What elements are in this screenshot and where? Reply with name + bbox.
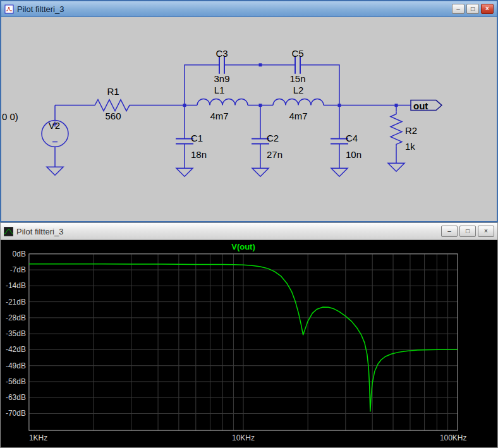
component-name[interactable]: C5 <box>291 48 303 59</box>
inductor-l2[interactable]: L2 4m7 <box>273 85 324 122</box>
net-label-out[interactable]: out <box>411 100 442 111</box>
y-tick-label: -63dB <box>6 393 26 402</box>
minimize-button[interactable]: – <box>452 4 465 14</box>
component-name[interactable]: R1 <box>107 86 119 97</box>
resistor-r2[interactable]: R2 1k <box>391 112 417 152</box>
component-value[interactable]: 1k <box>405 141 415 152</box>
ground-icon <box>47 167 63 175</box>
waveform-plot[interactable]: 0dB-7dB-14dB-21dB-28dB-35dB-42dB-49dB-56… <box>1 240 497 447</box>
schematic-drawing: V2 R1 560 L1 4m7 L2 4m7 <box>1 17 497 221</box>
maximize-button[interactable]: □ <box>459 226 476 237</box>
waveform-plot-icon[interactable] <box>4 227 13 236</box>
ground-icon <box>176 168 193 176</box>
schematic-window-title: Pilot filtteri_3 <box>17 4 449 14</box>
waveform-window-title: Pilot filtteri_3 <box>16 227 438 236</box>
component-name[interactable]: C4 <box>346 133 358 143</box>
component-name[interactable]: C1 <box>191 133 203 143</box>
capacitor-c5[interactable]: C5 15n <box>289 48 305 84</box>
y-tick-label: -7dB <box>10 265 26 274</box>
component-name[interactable]: R2 <box>405 125 417 136</box>
schematic-canvas[interactable]: V2 R1 560 L1 4m7 L2 4m7 <box>1 17 497 221</box>
waveform-plot-area[interactable]: 0dB-7dB-14dB-21dB-28dB-35dB-42dB-49dB-56… <box>1 240 497 447</box>
waveform-window-controls: – □ × <box>441 226 494 237</box>
x-tick-label: 100KHz <box>440 433 467 442</box>
component-value[interactable]: 18n <box>191 149 207 160</box>
y-tick-label: -42dB <box>6 345 26 354</box>
ground-symbols[interactable] <box>47 163 404 176</box>
capacitor-c4[interactable]: C4 10n <box>331 133 361 160</box>
x-tick-label: 1KHz <box>29 433 47 442</box>
resistor-r1[interactable]: R1 560 <box>90 86 137 122</box>
component-name[interactable]: L2 <box>293 85 304 95</box>
schematic-document-icon[interactable] <box>4 4 14 14</box>
component-value[interactable]: 4m7 <box>289 111 307 122</box>
close-button[interactable]: × <box>481 4 494 14</box>
component-value[interactable]: 560 <box>105 111 121 122</box>
waveform-window: Pilot filtteri_3 – □ × 0dB-7dB-14dB-21dB… <box>0 222 498 448</box>
y-tick-label: -14dB <box>6 281 26 290</box>
component-name[interactable]: C2 <box>267 133 279 143</box>
component-value[interactable]: 15n <box>289 73 305 84</box>
ground-icon <box>388 163 404 171</box>
component-name[interactable]: C3 <box>216 48 228 59</box>
net-label-text[interactable]: out <box>413 100 428 111</box>
y-tick-label: -28dB <box>6 313 26 322</box>
minimize-button[interactable]: – <box>441 226 458 237</box>
inductor-l1[interactable]: L1 4m7 <box>197 85 248 122</box>
component-name[interactable]: L1 <box>214 85 225 95</box>
component-value[interactable]: 10n <box>346 149 361 160</box>
waveform-titlebar[interactable]: Pilot filtteri_3 – □ × <box>1 223 497 240</box>
capacitor-c3[interactable]: C3 3n9 <box>214 48 229 84</box>
y-tick-label: -35dB <box>6 329 26 338</box>
maximize-button[interactable]: □ <box>466 4 479 14</box>
y-tick-label: -49dB <box>6 361 26 370</box>
component-name[interactable]: V2 <box>49 120 60 131</box>
ground-icon <box>252 168 269 176</box>
voltage-source-v2[interactable]: V2 <box>42 120 68 147</box>
close-button[interactable]: × <box>478 226 494 237</box>
y-tick-label: -21dB <box>6 298 26 306</box>
spice-directive-partial[interactable]: 0 0) <box>2 112 18 123</box>
capacitor-c1[interactable]: C1 18n <box>176 133 207 160</box>
y-tick-label: -70dB <box>6 409 26 418</box>
capacitor-c2[interactable]: C2 27n <box>252 133 282 160</box>
x-tick-label: 10KHz <box>232 433 255 442</box>
component-value[interactable]: 3n9 <box>214 73 229 84</box>
schematic-window: Pilot filtteri_3 – □ × V2 R1 560 <box>0 0 498 222</box>
component-value[interactable]: 27n <box>267 149 282 160</box>
component-value[interactable]: 4m7 <box>210 111 228 122</box>
schematic-window-controls: – □ × <box>452 4 494 14</box>
schematic-titlebar[interactable]: Pilot filtteri_3 – □ × <box>1 1 497 17</box>
plot-title: V(out) <box>231 242 255 251</box>
y-tick-label: -56dB <box>6 377 26 386</box>
ground-icon <box>331 168 348 176</box>
y-tick-label: 0dB <box>13 250 26 258</box>
